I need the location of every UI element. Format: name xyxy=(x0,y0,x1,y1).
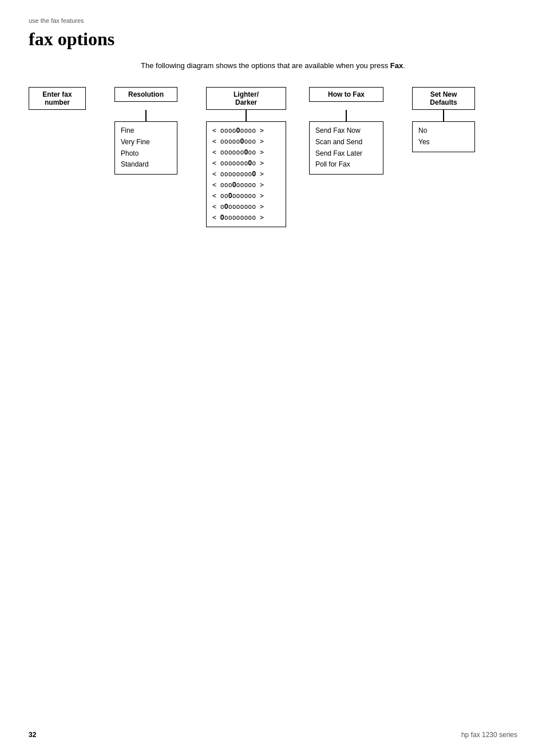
intro-suffix: . xyxy=(403,61,405,70)
vline-how xyxy=(346,110,347,121)
sub-box-lighter: < ooooOoooo > < oooooOooo > < ooooooOoo … xyxy=(206,121,286,227)
sub-box-resolution: Fine Very Fine Photo Standard xyxy=(114,121,177,175)
lighter-item-6: < oooOooooo > xyxy=(212,180,280,191)
vline-lighter xyxy=(246,110,247,121)
product-name: hp fax 1230 series xyxy=(461,731,517,739)
vline-set xyxy=(443,110,444,121)
col-how-to-fax: How to Fax xyxy=(309,87,383,110)
lighter-item-4: < oooooooOo > xyxy=(212,158,280,169)
intro-bold-word: Fax xyxy=(390,61,403,70)
intro-text-main: The following diagram shows the options … xyxy=(141,61,390,70)
how-item-send-later: Send Fax Later xyxy=(315,148,377,160)
lighter-item-5: < ooooooooO > xyxy=(212,169,280,180)
lighter-item-3: < ooooooOoo > xyxy=(212,147,280,158)
col-resolution: Resolution xyxy=(114,87,177,110)
col-lighter-darker: Lighter/ Darker xyxy=(206,87,286,110)
intro-text: The following diagram shows the options … xyxy=(29,61,517,70)
vline-resolution xyxy=(145,110,147,121)
resolution-item-fine: Fine xyxy=(121,125,171,137)
col-set-new: Set New Defaults xyxy=(412,87,475,110)
top-row: Enter fax number Resolution Lighter/ Dar… xyxy=(29,87,521,110)
resolution-item-veryfine: Very Fine xyxy=(121,137,171,148)
lighter-item-8: < oOooooooo > xyxy=(212,201,280,212)
sub-box-set: No Yes xyxy=(412,121,475,152)
box-lighter-darker: Lighter/ Darker xyxy=(206,87,286,110)
lighter-item-7: < ooOoooooo > xyxy=(212,191,280,201)
resolution-item-standard: Standard xyxy=(121,159,171,171)
how-item-poll: Poll for Fax xyxy=(315,159,377,171)
sub-col-how: Send Fax Now Scan and Send Send Fax Late… xyxy=(309,110,383,175)
box-how-to-fax: How to Fax xyxy=(309,87,383,102)
lighter-item-9: < Ooooooooo > xyxy=(212,212,280,223)
sub-box-how: Send Fax Now Scan and Send Send Fax Late… xyxy=(309,121,383,175)
breadcrumb: use the fax features xyxy=(29,17,517,24)
diagram: Enter fax number Resolution Lighter/ Dar… xyxy=(29,87,521,227)
col-enter-fax: Enter fax number xyxy=(29,87,86,110)
sub-row: Fine Very Fine Photo Standard < ooooOooo… xyxy=(29,110,521,227)
sub-col-lighter: < ooooOoooo > < oooooOooo > < ooooooOoo … xyxy=(206,110,286,227)
page-number: 32 xyxy=(29,731,36,739)
sub-col-set: No Yes xyxy=(412,110,475,152)
resolution-item-photo: Photo xyxy=(121,148,171,160)
box-set-new: Set New Defaults xyxy=(412,87,475,110)
lighter-item-2: < oooooOooo > xyxy=(212,136,280,147)
set-item-yes: Yes xyxy=(418,137,469,148)
set-item-no: No xyxy=(418,125,469,137)
footer: 32 hp fax 1230 series xyxy=(29,731,517,739)
lighter-item-1: < ooooOoooo > xyxy=(212,125,280,136)
sub-col-resolution: Fine Very Fine Photo Standard xyxy=(114,110,177,175)
how-item-send-now: Send Fax Now xyxy=(315,125,377,137)
box-enter-fax: Enter fax number xyxy=(29,87,86,110)
how-item-scan-send: Scan and Send xyxy=(315,137,377,148)
box-resolution: Resolution xyxy=(114,87,177,102)
page-title: fax options xyxy=(29,29,517,50)
